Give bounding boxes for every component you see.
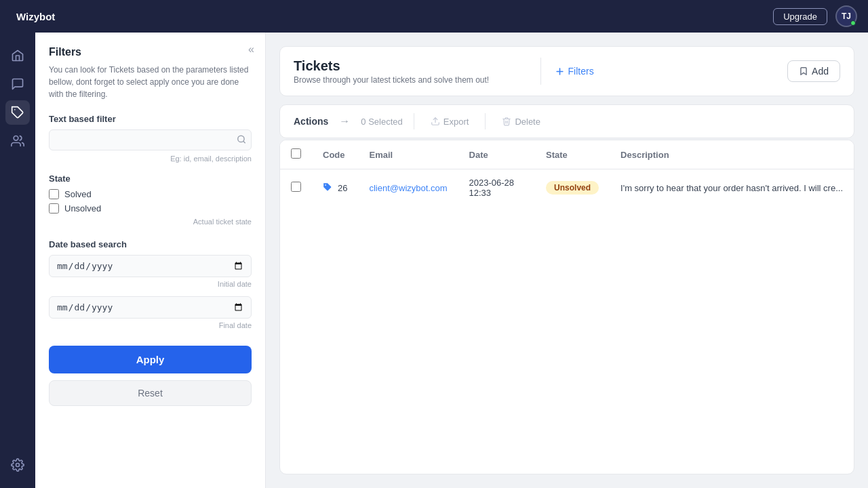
- state-badge: Unsolved: [546, 181, 599, 195]
- filter-panel: « Filters You can look for Tickets based…: [35, 33, 266, 488]
- upgrade-button[interactable]: Upgrade: [773, 8, 827, 25]
- sidebar-item-settings[interactable]: [5, 453, 30, 477]
- tickets-table-wrap: Code Email Date State Description 26: [279, 140, 854, 474]
- sidebar-item-users[interactable]: [5, 129, 30, 153]
- chat-icon: [11, 77, 24, 91]
- tickets-divider: [540, 58, 541, 85]
- initial-date-input[interactable]: [49, 255, 252, 277]
- date-section: Date based search Initial date Final dat…: [49, 239, 252, 329]
- avatar-online-dot: [850, 20, 856, 26]
- actions-bar: Actions → 0 Selected Export Delete: [279, 104, 854, 138]
- filter-description: You can look for Tickets based on the pa…: [49, 64, 252, 100]
- tickets-title: Tickets: [294, 58, 527, 74]
- bookmark-icon: [799, 66, 808, 76]
- sidebar-item-chat[interactable]: [5, 72, 30, 96]
- users-icon: [11, 134, 24, 148]
- row-state-cell: Unsolved: [535, 169, 610, 207]
- row-email-cell: client@wizybot.com: [358, 169, 458, 207]
- state-label: State: [49, 174, 252, 184]
- select-all-checkbox[interactable]: [291, 148, 301, 159]
- app-name: Wizybot: [16, 11, 55, 22]
- solved-checkbox-row[interactable]: Solved: [49, 189, 252, 199]
- filter-title: Filters: [49, 46, 252, 58]
- text-filter-label: Text based filter: [49, 114, 252, 124]
- header-checkbox-col: [280, 140, 312, 169]
- add-button-label: Add: [812, 66, 829, 77]
- add-button[interactable]: Add: [787, 60, 840, 82]
- actions-label: Actions: [294, 116, 328, 127]
- topbar-logo: 🤖 Wizybot: [11, 7, 46, 26]
- tickets-header-card: Tickets Browse through your latest ticke…: [279, 46, 854, 96]
- text-filter-input[interactable]: [49, 129, 252, 150]
- sidebar: [0, 33, 35, 488]
- plus-icon: [555, 66, 565, 77]
- header-date: Date: [458, 140, 536, 169]
- actions-selected-count: 0 Selected: [361, 117, 402, 127]
- content-area: Tickets Browse through your latest ticke…: [266, 33, 868, 488]
- home-icon: [11, 49, 24, 62]
- row-email[interactable]: client@wizybot.com: [369, 183, 447, 193]
- table-header-row: Code Email Date State Description: [280, 140, 854, 169]
- reset-button[interactable]: Reset: [49, 380, 252, 406]
- actions-divider-2: [485, 113, 486, 129]
- header-state: State: [535, 140, 610, 169]
- unsolved-checkbox-row[interactable]: Unsolved: [49, 203, 252, 214]
- sidebar-item-home[interactable]: [5, 43, 30, 68]
- tickets-subtitle: Browse through your latest tickets and s…: [294, 75, 527, 85]
- initial-date-wrap: [49, 255, 252, 277]
- row-description-cell: I'm sorry to hear that your order hasn't…: [610, 169, 854, 207]
- sidebar-item-tickets[interactable]: [5, 100, 30, 125]
- row-date: 2023-06-28 12:33: [469, 178, 515, 198]
- collapse-filter-button[interactable]: «: [248, 43, 254, 56]
- svg-point-10: [325, 184, 326, 186]
- apply-button[interactable]: Apply: [49, 346, 252, 373]
- search-icon: [237, 134, 246, 146]
- settings-icon: [11, 458, 24, 472]
- final-date-hint: Final date: [49, 321, 252, 329]
- export-icon: [431, 117, 440, 126]
- actions-divider: [414, 113, 414, 129]
- svg-line-6: [243, 141, 245, 143]
- text-filter-wrap: [49, 129, 252, 150]
- final-date-input[interactable]: [49, 296, 252, 319]
- avatar[interactable]: TJ: [835, 5, 857, 27]
- tag-icon: [11, 106, 24, 119]
- state-section: State Solved Unsolved Actual ticket stat…: [49, 174, 252, 226]
- text-filter-hint: Eg: id, email, description: [49, 155, 252, 163]
- filters-link[interactable]: Filters: [555, 66, 788, 77]
- avatar-initials: TJ: [842, 12, 851, 21]
- delete-button[interactable]: Delete: [496, 114, 546, 129]
- date-label: Date based search: [49, 239, 252, 249]
- initial-date-hint: Initial date: [49, 280, 252, 288]
- row-checkbox-cell: [280, 169, 312, 207]
- filters-link-label: Filters: [568, 66, 594, 77]
- tickets-title-block: Tickets Browse through your latest ticke…: [294, 58, 527, 85]
- row-description: I'm sorry to hear that your order hasn't…: [620, 183, 843, 193]
- solved-checkbox[interactable]: [49, 189, 59, 199]
- state-hint: Actual ticket state: [49, 218, 252, 226]
- delete-label: Delete: [515, 117, 540, 127]
- header-code: Code: [312, 140, 358, 169]
- unsolved-checkbox[interactable]: [49, 203, 59, 214]
- svg-point-4: [16, 464, 20, 467]
- export-button[interactable]: Export: [425, 114, 475, 129]
- delete-icon: [502, 117, 511, 126]
- row-checkbox[interactable]: [291, 182, 301, 192]
- row-code: 26: [338, 183, 347, 193]
- final-date-wrap: [49, 296, 252, 319]
- table-row: 26 client@wizybot.com 2023-06-28 12:33 U…: [280, 169, 854, 207]
- unsolved-label: Unsolved: [64, 203, 101, 214]
- header-description: Description: [610, 140, 854, 169]
- ticket-tag-icon: [323, 182, 332, 194]
- topbar: 🤖 Wizybot Upgrade TJ: [0, 0, 868, 33]
- actions-arrow: →: [339, 115, 350, 127]
- row-code-cell: 26: [312, 169, 358, 207]
- solved-label: Solved: [64, 189, 92, 199]
- tickets-table: Code Email Date State Description 26: [280, 140, 854, 206]
- export-label: Export: [443, 117, 469, 127]
- svg-point-3: [14, 136, 18, 141]
- header-email: Email: [358, 140, 458, 169]
- row-date-cell: 2023-06-28 12:33: [458, 169, 536, 207]
